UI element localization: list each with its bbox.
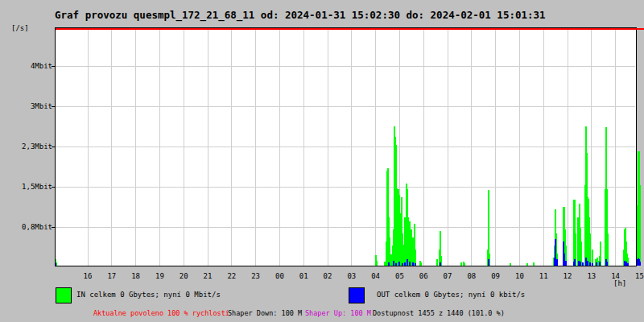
out-traffic-bar <box>624 261 625 266</box>
out-traffic-bar <box>407 259 408 266</box>
x-axis-label: 17 <box>103 272 121 280</box>
allowed-speed-text: Aktualne povoleno 100 % rychlosti <box>93 309 229 317</box>
out-traffic-bar <box>440 262 441 266</box>
out-traffic-bar <box>409 262 411 266</box>
x-axis-label: 10 <box>510 272 528 280</box>
x-axis-label: 20 <box>175 272 192 280</box>
out-traffic-bar <box>412 262 414 266</box>
x-axis-label: 11 <box>535 272 552 280</box>
out-traffic-bar <box>592 263 593 266</box>
out-traffic-bar <box>627 263 629 266</box>
traffic-graph-page: { "title": "Graf provozu quesmpl_172_21_… <box>0 0 644 322</box>
y-axis-label: 2,3Mbit <box>0 142 52 151</box>
availability-text: Dostupnost 1455 z 1440 (101.0 %) <box>373 309 505 317</box>
in-traffic-bar <box>510 263 511 266</box>
out-traffic-bar <box>625 262 627 266</box>
out-traffic-bar <box>565 261 567 266</box>
in-traffic-bar <box>464 263 465 266</box>
out-traffic-bar <box>395 263 397 266</box>
out-traffic-bar <box>606 262 608 266</box>
out-traffic-bar <box>388 262 390 266</box>
out-traffic-bar <box>587 261 588 266</box>
out-traffic-bar <box>555 239 556 266</box>
out-traffic-bar <box>589 262 591 266</box>
x-axis-label: 19 <box>151 272 168 280</box>
x-axis-label: 12 <box>559 272 576 280</box>
x-axis-label: 22 <box>223 272 241 280</box>
out-traffic-bar <box>585 258 587 266</box>
y-axis-label: 4Mbit <box>0 62 52 70</box>
in-traffic-bar <box>460 262 462 266</box>
x-axis-label: 05 <box>390 272 408 280</box>
x-axis-unit-label: [h] <box>613 279 626 287</box>
x-axis-label: 03 <box>343 272 361 280</box>
in-traffic-bar <box>533 262 535 266</box>
out-traffic-bar <box>582 262 584 266</box>
shaper-down-text: Shaper Down: 100 M <box>228 309 302 317</box>
out-traffic-bar <box>404 262 406 266</box>
in-traffic-bar <box>436 259 438 266</box>
out-legend-label: OUT celkem 0 Gbytes; nyní 0 kbit/s <box>377 291 525 299</box>
out-traffic-bar <box>596 262 597 266</box>
out-traffic-bar <box>574 259 576 266</box>
shaper-up-text: Shaper Up: 100 M <box>305 309 371 317</box>
out-traffic-bar <box>599 262 601 266</box>
x-axis-label: 23 <box>247 272 265 280</box>
y-axis-label: 3Mbit <box>0 102 52 110</box>
in-traffic-bar <box>526 263 528 266</box>
in-traffic-bar <box>639 185 641 266</box>
y-axis-label: 1,5Mbit <box>0 183 52 191</box>
in-traffic-bar <box>420 262 422 266</box>
x-axis-label: 07 <box>439 272 456 280</box>
x-axis-label: 00 <box>270 272 288 280</box>
out-traffic-bar <box>578 261 580 266</box>
in-traffic-bar <box>589 233 591 266</box>
x-axis-label: 04 <box>367 272 385 280</box>
in-traffic-bar <box>376 261 378 266</box>
in-traffic-bar <box>390 254 392 266</box>
x-axis-label: 09 <box>487 272 505 280</box>
out-traffic-bar <box>580 262 581 266</box>
in-legend-label: IN celkem 0 Gbytes; nyní 0 Mbit/s <box>76 291 221 299</box>
out-traffic-bar <box>556 259 558 266</box>
x-axis-label: 16 <box>79 272 97 280</box>
out-traffic-bar <box>564 254 565 266</box>
out-traffic-bar <box>398 262 400 266</box>
out-traffic-bar <box>639 262 641 266</box>
in-traffic-bar <box>384 262 386 266</box>
x-axis-label: 18 <box>127 272 145 280</box>
in-traffic-bar <box>389 237 390 266</box>
out-traffic-bar <box>488 259 489 266</box>
in-legend-swatch <box>56 287 72 303</box>
in-traffic-bar <box>607 233 609 266</box>
x-axis-label: 06 <box>415 272 432 280</box>
y-axis-label: 0,8Mbit <box>0 223 52 231</box>
x-axis-label: 02 <box>319 272 336 280</box>
out-traffic-bar <box>393 261 394 266</box>
x-axis-label: 15 <box>630 272 644 280</box>
out-traffic-bar <box>415 263 416 266</box>
out-legend-swatch <box>349 287 365 303</box>
x-axis-label: 01 <box>295 272 312 280</box>
out-traffic-bar <box>402 263 403 266</box>
x-axis-label: 21 <box>199 272 217 280</box>
x-axis-label: 13 <box>583 272 601 280</box>
x-axis-label: 08 <box>463 272 481 280</box>
